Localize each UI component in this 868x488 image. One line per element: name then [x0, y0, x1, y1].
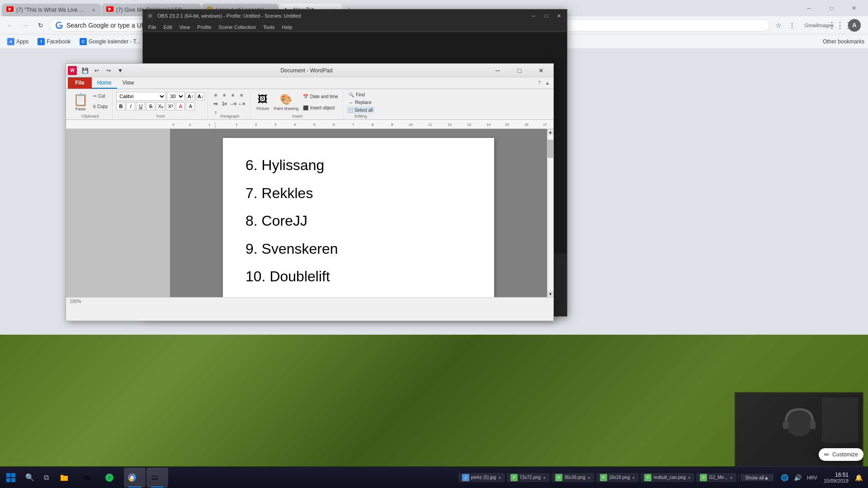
language-indicator[interactable]: HRV	[805, 468, 819, 488]
wordpad-page[interactable]: 6. Hylissang 7. Rekkles 8. CoreJJ 9. Sve…	[223, 138, 494, 297]
task-view-button[interactable]: ⧉	[38, 471, 54, 484]
wordpad-scrollbar[interactable]: ▲ ▼	[547, 129, 553, 297]
taskbar-file-explorer[interactable]	[56, 468, 78, 488]
obs-menu-help[interactable]: Help	[278, 22, 296, 32]
underline-button[interactable]: U	[136, 102, 145, 110]
ribbon-help-button[interactable]: ?	[537, 81, 543, 85]
font-grow-button[interactable]: A↑	[186, 92, 195, 100]
chrome-maximize-button[interactable]: □	[821, 1, 842, 15]
copy-button[interactable]: ⎘ Copy	[91, 101, 109, 111]
taskbar-file-6[interactable]: P G2_Me... ▲	[696, 473, 736, 482]
taskbar-store[interactable]: 🛍	[79, 468, 100, 488]
justify-button[interactable]: ≡	[237, 91, 245, 99]
tray-network-icon[interactable]: 🌐	[779, 468, 790, 488]
notifications-icon[interactable]: 🔔	[853, 468, 864, 488]
obs-menu-file[interactable]: File	[145, 22, 160, 32]
tab-view[interactable]: View	[117, 77, 140, 89]
forward-button[interactable]: →	[19, 19, 32, 32]
paste-button[interactable]: 📋 Paste	[71, 91, 90, 113]
taskbar-spotify[interactable]: ♪	[101, 468, 123, 488]
bookmark-calendar[interactable]: C Google kalender - T...	[76, 36, 144, 47]
text-highlight-button[interactable]: A	[186, 102, 195, 110]
back-button[interactable]: ←	[4, 19, 16, 32]
replace-button[interactable]: ↔ Replace	[347, 99, 375, 106]
tab-home[interactable]: Home	[92, 77, 117, 89]
file-5-arrow: ▲	[687, 475, 691, 479]
taskbar-file-1[interactable]: J perkz (5).jpg ▲	[458, 473, 505, 482]
font-size-select[interactable]: 30	[167, 92, 185, 101]
wordpad-maximize-button[interactable]: □	[509, 64, 530, 77]
taskbar-file-5[interactable]: P redbull_can.png ▲	[641, 473, 694, 482]
scroll-down-button[interactable]: ▼	[547, 291, 553, 297]
numbered-list-button[interactable]: 1≡	[220, 99, 228, 108]
select-all-button[interactable]: ⬚ Select all	[347, 106, 375, 114]
insert-paint-button[interactable]: 🎨 Paint drawing	[272, 91, 300, 113]
bold-button[interactable]: B	[116, 102, 125, 110]
wordpad-minimize-button[interactable]: ─	[487, 64, 508, 77]
italic-button[interactable]: I	[126, 102, 135, 110]
start-button[interactable]	[0, 467, 22, 488]
wordpad-redo-button[interactable]: ↪	[103, 66, 114, 76]
font-color-button[interactable]: A	[176, 102, 185, 110]
wordpad-page-wrapper[interactable]: 6. Hylissang 7. Rekkles 8. CoreJJ 9. Sve…	[170, 129, 547, 297]
chrome-tab-1[interactable]: (7) "This Is What We Live For" -... ✕	[2, 4, 101, 16]
taskbar-file-2[interactable]: P 72x72.png ▲	[507, 473, 550, 482]
obs-close-button[interactable]: ✕	[554, 12, 563, 20]
user-avatar[interactable]: A	[848, 19, 861, 32]
wordpad-customize-button[interactable]: ▼	[115, 66, 126, 76]
wordpad-save-button[interactable]: 💾	[80, 66, 90, 76]
google-apps-button[interactable]: ⋮⋮⋮	[834, 19, 846, 32]
obs-menu-scene-collection[interactable]: Scene Collection	[215, 22, 260, 32]
scrollbar-track[interactable]	[547, 135, 553, 291]
subscript-button[interactable]: X₂	[156, 102, 165, 110]
superscript-button[interactable]: X²	[166, 102, 175, 110]
chrome-close-button[interactable]: ✕	[844, 1, 864, 15]
font-shrink-button[interactable]: A↓	[196, 92, 205, 100]
align-left-button[interactable]: ≡	[212, 91, 220, 99]
taskbar-chrome[interactable]	[124, 468, 146, 488]
insert-object-button[interactable]: ⬛ Insert object	[301, 102, 336, 113]
customize-button[interactable]: ✏ Customize	[819, 448, 863, 461]
obs-menu-view[interactable]: View	[176, 22, 194, 32]
ribbon-collapse-button[interactable]: ▲	[543, 81, 552, 85]
other-bookmarks-label[interactable]: Other bookmarks	[823, 38, 864, 45]
obs-menu-edit[interactable]: Edit	[160, 22, 176, 32]
obs-menu-profile[interactable]: Profile	[193, 22, 215, 32]
taskbar-search-button[interactable]: 🔍	[22, 471, 38, 484]
font-name-select[interactable]: Calibri	[116, 92, 166, 101]
obs-minimize-button[interactable]: ─	[529, 12, 538, 20]
tab-file[interactable]: File	[68, 77, 92, 89]
date-time-button[interactable]: 📅 Date and time	[301, 91, 340, 102]
taskbar-files[interactable]: 🗂	[146, 468, 168, 488]
indent-less-button[interactable]: ←≡	[237, 99, 245, 108]
taskbar-tray: 🌐 🔊 HRV 16:51 15/09/2019 🔔	[775, 468, 868, 488]
taskbar-file-3[interactable]: P 36x36.png ▲	[552, 473, 594, 482]
insert-picture-button[interactable]: 🖼 Picture	[255, 91, 271, 113]
tray-volume-icon[interactable]: 🔊	[792, 468, 803, 488]
scroll-up-button[interactable]: ▲	[547, 129, 553, 135]
obs-maximize-button[interactable]: □	[542, 12, 551, 20]
chrome-menu-button[interactable]: ⋮	[786, 19, 798, 32]
align-center-button[interactable]: ≡	[220, 91, 228, 99]
align-right-button[interactable]: ≡	[229, 91, 237, 99]
bookmark-apps[interactable]: A Apps	[4, 36, 32, 47]
tab-1-close[interactable]: ✕	[90, 6, 97, 14]
find-button[interactable]: 🔍 Find	[347, 91, 375, 98]
scrollbar-thumb[interactable]	[547, 140, 553, 158]
reload-button[interactable]: ↻	[34, 19, 47, 32]
show-all-label: Show all	[745, 475, 764, 480]
wordpad-close-button[interactable]: ✕	[531, 64, 552, 77]
chrome-minimize-button[interactable]: ─	[798, 1, 819, 15]
cut-button[interactable]: ✂ Cut	[91, 91, 109, 101]
obs-menu-tools[interactable]: Tools	[259, 22, 278, 32]
wordpad-undo-button[interactable]: ↩	[91, 66, 102, 76]
indent-more-button[interactable]: →≡	[229, 99, 237, 108]
gmail-link[interactable]: Gmail	[805, 19, 817, 32]
show-all-button[interactable]: Show all ▲	[741, 474, 773, 481]
bookmark-facebook[interactable]: f Facebook	[34, 36, 74, 47]
strikethrough-button[interactable]: S	[146, 102, 155, 110]
taskbar-file-4[interactable]: P 18x18.png ▲	[596, 473, 639, 482]
tray-clock[interactable]: 16:51 15/09/2019	[821, 472, 851, 483]
bullet-list-button[interactable]: •≡	[212, 99, 220, 108]
bookmark-star-button[interactable]: ☆	[772, 19, 785, 32]
